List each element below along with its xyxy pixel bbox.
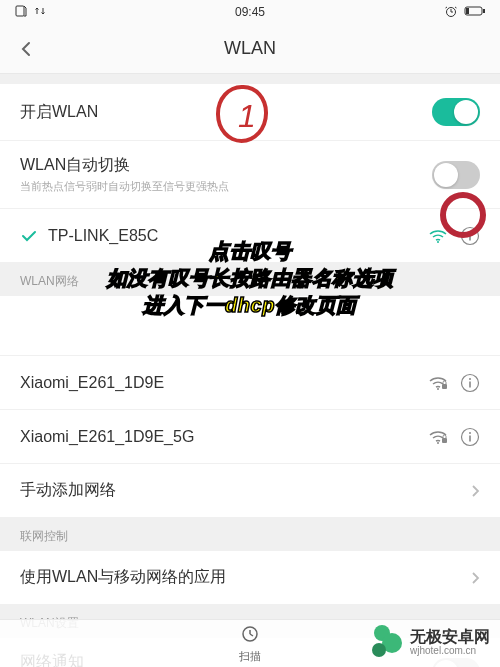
network-info-icon[interactable] — [460, 427, 480, 447]
row-connected-network[interactable]: TP-LINK_E85C — [0, 209, 500, 263]
connected-name: TP-LINK_E85C — [48, 227, 158, 245]
wifi-signal-icon — [428, 228, 448, 244]
row-apps-using[interactable]: 使用WLAN与移动网络的应用 — [0, 551, 500, 605]
page-title: WLAN — [224, 38, 276, 59]
svg-point-7 — [469, 231, 471, 233]
svg-point-9 — [437, 388, 439, 390]
wifi-lock-icon — [428, 429, 448, 445]
alarm-icon — [444, 4, 458, 21]
svg-point-5 — [437, 241, 439, 243]
section-network-control: 联网控制 — [0, 518, 500, 551]
manual-add-label: 手动添加网络 — [20, 480, 116, 501]
svg-rect-4 — [466, 8, 469, 14]
svg-point-12 — [469, 378, 471, 380]
back-button[interactable] — [14, 37, 38, 61]
enable-wlan-label: 开启WLAN — [20, 102, 98, 123]
network-info-icon[interactable] — [460, 373, 480, 393]
svg-rect-18 — [469, 435, 471, 441]
chevron-right-icon — [470, 570, 480, 586]
svg-rect-3 — [483, 9, 485, 13]
network-info-icon[interactable] — [460, 226, 480, 246]
auto-switch-label: WLAN自动切换 — [20, 155, 229, 176]
apps-using-label: 使用WLAN与移动网络的应用 — [20, 567, 226, 588]
row-enable-wlan[interactable]: 开启WLAN — [0, 84, 500, 141]
chevron-right-icon — [470, 483, 480, 499]
svg-rect-10 — [442, 384, 447, 389]
section-wlan-networks: WLAN网络 — [0, 263, 500, 296]
svg-point-14 — [437, 442, 439, 444]
row-network-2[interactable]: Xiaomi_E261_1D9E_5G — [0, 410, 500, 464]
watermark: 无极安卓网 wjhotel.com.cn — [370, 625, 490, 659]
connected-check-icon — [20, 227, 38, 245]
battery-icon — [464, 5, 486, 20]
svg-rect-15 — [442, 438, 447, 443]
scan-label: 扫描 — [239, 649, 261, 664]
svg-rect-8 — [469, 234, 471, 240]
row-auto-switch[interactable]: WLAN自动切换 当前热点信号弱时自动切换至信号更强热点 — [0, 141, 500, 209]
network-2-name: Xiaomi_E261_1D9E_5G — [20, 428, 194, 446]
scan-icon[interactable] — [240, 624, 260, 648]
svg-rect-13 — [469, 381, 471, 387]
watermark-logo-icon — [370, 625, 404, 659]
sim-icon — [14, 4, 28, 21]
svg-point-17 — [469, 432, 471, 434]
auto-switch-sub: 当前热点信号弱时自动切换至信号更强热点 — [20, 179, 229, 194]
row-manual-add[interactable]: 手动添加网络 — [0, 464, 500, 518]
auto-switch-toggle[interactable] — [432, 161, 480, 189]
svg-rect-0 — [16, 6, 24, 16]
status-time: 09:45 — [235, 5, 265, 19]
row-network-1[interactable]: Xiaomi_E261_1D9E — [0, 356, 500, 410]
wifi-lock-icon — [428, 375, 448, 391]
watermark-name: 无极安卓网 — [410, 628, 490, 646]
network-1-name: Xiaomi_E261_1D9E — [20, 374, 164, 392]
data-icon — [34, 5, 46, 20]
watermark-url: wjhotel.com.cn — [410, 645, 490, 656]
enable-wlan-toggle[interactable] — [432, 98, 480, 126]
